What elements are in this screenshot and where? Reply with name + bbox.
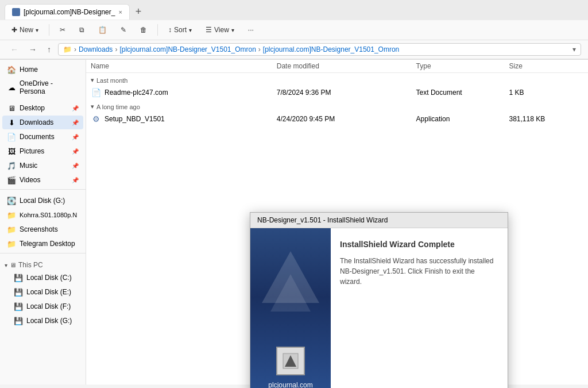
- pin-icon-desktop: 📌: [72, 105, 79, 112]
- screenshots-icon: 📁: [7, 225, 16, 234]
- sidebar-item-local-e[interactable]: 💾 Local Disk (E:): [2, 285, 83, 299]
- rename-button[interactable]: ✎: [116, 24, 131, 36]
- path-downloads[interactable]: Downloads: [79, 45, 113, 53]
- file-row-readme[interactable]: 📄 Readme-plc247.com 7/8/2024 9:36 PM Tex…: [86, 86, 588, 99]
- documents-icon: 📄: [7, 132, 16, 141]
- view-label: View: [214, 26, 229, 34]
- setup-name: Setup_NBD_V1501: [105, 115, 165, 123]
- sidebar-label-music: Music: [20, 162, 37, 170]
- sidebar-item-localdisk-g[interactable]: 💽 Local Disk (G:): [2, 194, 83, 208]
- setup-date: 4/24/2020 9:45 PM: [277, 115, 416, 123]
- new-tab-button[interactable]: +: [131, 3, 146, 20]
- new-button[interactable]: ✚ New ▾: [7, 24, 43, 36]
- copy-icon: ⧉: [79, 26, 84, 34]
- sidebar-label-local-f: Local Disk (F:): [26, 302, 71, 310]
- new-icon: ✚: [11, 26, 17, 34]
- localdisk-g-icon: 💽: [7, 196, 16, 205]
- readme-icon: 📄: [91, 87, 101, 98]
- copy-button[interactable]: ⧉: [75, 24, 89, 36]
- dialog-right-panel: InstallShield Wizard Complete The Instal…: [331, 228, 508, 388]
- dialog-title: NB-Designer_v1.501 - InstallShield Wizar…: [257, 216, 388, 224]
- sidebar-label-kohrra: Kohrra.S01.1080p.N: [20, 212, 77, 218]
- sort-dropdown-icon: ▾: [189, 27, 192, 33]
- local-c-icon: 💾: [14, 273, 23, 282]
- sidebar-item-kohrra[interactable]: 📁 Kohrra.S01.1080p.N: [2, 208, 83, 222]
- toolbar-divider-2: [157, 24, 158, 36]
- onedrive-icon: ☁: [7, 83, 16, 92]
- tab-label: [plcjournal.com]NB-Designer_: [24, 8, 115, 16]
- delete-button[interactable]: 🗑: [136, 24, 152, 36]
- setup-icon: ⚙: [91, 114, 101, 124]
- sidebar-label-home: Home: [20, 66, 38, 74]
- music-icon: 🎵: [7, 161, 16, 170]
- more-icon: ···: [248, 26, 254, 34]
- pin-icon-downloads: 📌: [72, 120, 79, 126]
- sidebar-item-videos[interactable]: 🎬 Videos 📌: [2, 173, 83, 187]
- group-label-text: Last month: [96, 77, 127, 84]
- toolbar-divider-1: [49, 24, 49, 36]
- sidebar-label-local-c: Local Disk (C:): [26, 274, 72, 282]
- up-button[interactable]: ↑: [44, 43, 55, 56]
- group-long-ago: ▾ A long time ago: [86, 99, 588, 112]
- view-button[interactable]: ☰ View ▾: [201, 24, 239, 36]
- sidebar-item-local-f[interactable]: 💾 Local Disk (F:): [2, 299, 83, 313]
- new-dropdown-icon: ▾: [36, 27, 38, 33]
- sidebar-label-telegram: Telegram Desktop: [20, 240, 75, 248]
- sidebar-item-telegram[interactable]: 📁 Telegram Desktop: [2, 237, 83, 251]
- main-layout: 🏠 Home ☁ OneDrive - Persona 🖥 Desktop 📌 …: [0, 60, 588, 385]
- forward-button[interactable]: →: [25, 43, 40, 56]
- group-collapse-icon: ▾: [91, 76, 94, 84]
- tab-close-button[interactable]: ×: [118, 9, 122, 16]
- sidebar-label-screenshots: Screenshots: [20, 225, 58, 233]
- sidebar-item-pictures[interactable]: 🖼 Pictures 📌: [2, 144, 83, 158]
- sidebar-item-documents[interactable]: 📄 Documents 📌: [2, 130, 83, 144]
- back-button[interactable]: ←: [7, 43, 22, 56]
- this-pc-group[interactable]: ▾ 🖥 This PC: [0, 258, 86, 270]
- paste-icon: 📋: [98, 26, 107, 34]
- dialog-body: plcjournal.com InstallShield Wizard Comp…: [250, 228, 508, 388]
- group-last-month: ▾ Last month: [86, 73, 588, 86]
- col-header-type: Type: [416, 62, 509, 70]
- sidebar-item-music[interactable]: 🎵 Music 📌: [2, 159, 83, 172]
- sidebar-item-desktop[interactable]: 🖥 Desktop 📌: [2, 101, 83, 115]
- desktop-icon: 🖥: [7, 103, 16, 113]
- installshield-dialog: NB-Designer_v1.501 - InstallShield Wizar…: [250, 212, 508, 388]
- pin-icon-videos: 📌: [72, 177, 79, 183]
- readme-name: Readme-plc247.com: [105, 89, 168, 97]
- kohrra-icon: 📁: [7, 210, 16, 220]
- sidebar-label-documents: Documents: [20, 133, 55, 141]
- this-pc-label: This PC: [18, 261, 43, 269]
- sidebar-item-onedrive[interactable]: ☁ OneDrive - Persona: [2, 77, 83, 98]
- file-row-setup[interactable]: ⚙ Setup_NBD_V1501 4/24/2020 9:45 PM Appl…: [86, 112, 588, 126]
- sidebar-item-home[interactable]: 🏠 Home: [2, 63, 83, 76]
- toolbar: ✚ New ▾ ✂ ⧉ 📋 ✎ 🗑 ↕ Sort ▾ ☰ View ▾: [0, 20, 588, 40]
- setup-size: 381,118 KB: [509, 115, 584, 123]
- active-tab[interactable]: [plcjournal.com]NB-Designer_ ×: [5, 4, 130, 20]
- dialog-left-panel: plcjournal.com: [250, 228, 331, 388]
- path-bar[interactable]: 📁 › Downloads › [plcjournal.com]NB-Desig…: [58, 43, 581, 56]
- path-folder1[interactable]: [plcjournal.com]NB-Designer_V1501_Omron: [119, 45, 256, 53]
- col-header-size: Size: [509, 62, 584, 70]
- view-icon: ☰: [206, 26, 212, 34]
- sidebar-label-videos: Videos: [20, 176, 40, 184]
- pin-icon-music: 📌: [72, 163, 79, 169]
- new-label: New: [20, 26, 33, 34]
- sidebar-item-screenshots[interactable]: 📁 Screenshots: [2, 222, 83, 236]
- sort-button[interactable]: ↕ Sort ▾: [164, 24, 196, 36]
- sidebar-item-local-c[interactable]: 💾 Local Disk (C:): [2, 271, 83, 285]
- sidebar-item-local-g2[interactable]: 💾 Local Disk (G:): [2, 314, 83, 328]
- path-folder2[interactable]: [plcjournal.com]NB-Designer_V1501_Omron: [263, 45, 399, 53]
- local-e-icon: 💾: [14, 287, 23, 297]
- readme-date: 7/8/2024 9:36 PM: [277, 89, 416, 97]
- cut-button[interactable]: ✂: [55, 24, 70, 36]
- sort-icon: ↕: [168, 26, 172, 34]
- sidebar: 🏠 Home ☁ OneDrive - Persona 🖥 Desktop 📌 …: [0, 60, 86, 385]
- group-label-text-2: A long time ago: [96, 103, 140, 110]
- sidebar-item-downloads[interactable]: ⬇ Downloads 📌: [2, 116, 83, 129]
- rename-icon: ✎: [121, 26, 126, 34]
- more-button[interactable]: ···: [243, 24, 258, 36]
- col-header-name: Name: [91, 62, 277, 70]
- telegram-icon: 📁: [7, 239, 16, 248]
- paste-button[interactable]: 📋: [94, 24, 111, 36]
- path-dropdown-icon[interactable]: ▾: [572, 45, 576, 53]
